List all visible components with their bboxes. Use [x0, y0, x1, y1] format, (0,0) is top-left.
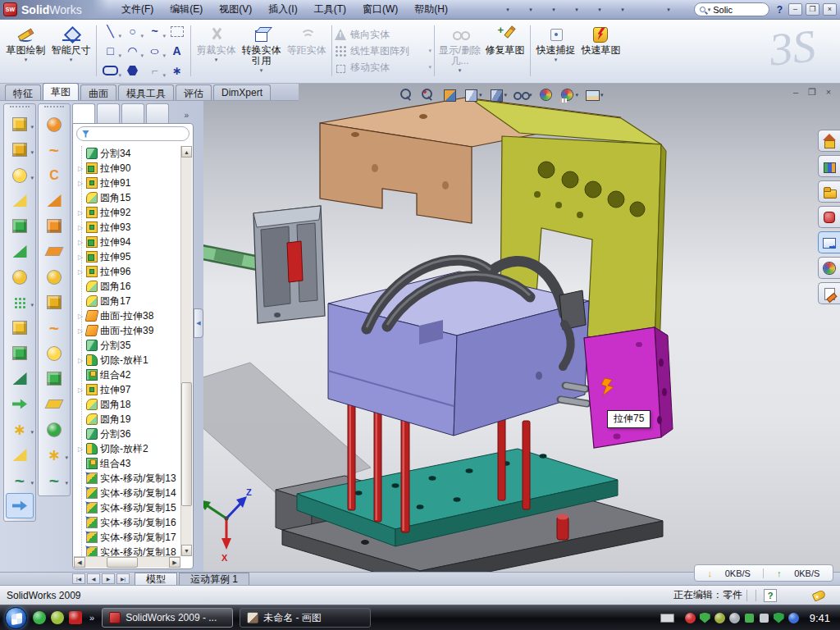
view-settings-icon[interactable]: ▾: [584, 88, 604, 103]
file-explorer-icon[interactable]: [818, 180, 840, 203]
restore-button[interactable]: ❐: [806, 3, 819, 16]
slot-icon[interactable]: [99, 61, 121, 80]
ribbon-tab[interactable]: 特征: [5, 84, 41, 100]
custom-properties-icon[interactable]: [818, 282, 840, 304]
print-icon[interactable]: [559, 2, 574, 16]
shell-icon[interactable]: [6, 213, 34, 239]
expand-arrow-icon[interactable]: [77, 224, 84, 231]
draft-icon[interactable]: [6, 239, 34, 264]
feature-tree-item[interactable]: 切除-放样2: [75, 441, 180, 456]
taskbar-window-button[interactable]: SolidWorks 2009 - ...: [102, 608, 233, 628]
rapid-sketch-button[interactable]: 快速草图: [578, 21, 623, 80]
quick-launch-overflow[interactable]: »: [89, 613, 94, 623]
language-keyboard-icon[interactable]: [660, 614, 674, 623]
apply-scene-icon[interactable]: ▾: [559, 88, 579, 103]
trim-entities-button[interactable]: 剪裁实体 ▾: [194, 21, 239, 80]
mirror-entities-button[interactable]: 镜向实体: [335, 28, 431, 42]
doc-restore-button[interactable]: ❐: [806, 87, 819, 98]
toolbar-grip[interactable]: [44, 106, 64, 110]
feature-tree-item[interactable]: 拉伸93: [75, 220, 180, 235]
menu-item[interactable]: 插入(I): [260, 0, 305, 19]
expand-arrow-icon[interactable]: [77, 209, 84, 217]
feature-tree-item[interactable]: 拉伸95: [75, 249, 180, 264]
menu-item[interactable]: 文件(F): [113, 0, 162, 19]
model-core-block[interactable]: [328, 272, 589, 436]
zoom-fit-icon[interactable]: ▾: [399, 88, 414, 103]
appearances-scenes-icon[interactable]: [818, 257, 840, 279]
arc-icon[interactable]: ◠: [121, 41, 144, 61]
graphics-viewport[interactable]: Y Z X ▾ ▾: [203, 84, 840, 572]
delete-face-icon[interactable]: [40, 290, 68, 315]
configurationmanager-tab[interactable]: [121, 103, 144, 123]
expand-arrow-icon[interactable]: [77, 357, 84, 364]
model-stop-pin[interactable]: [557, 517, 568, 540]
hide-show-items-icon[interactable]: ▾: [513, 88, 532, 103]
help-button[interactable]: ?: [774, 4, 785, 16]
menu-item[interactable]: 帮助(H): [406, 0, 456, 19]
ribbon-tab[interactable]: 草图: [43, 83, 79, 100]
solidworks-search-icon[interactable]: [818, 206, 840, 228]
zoom-area-icon[interactable]: ▾: [420, 88, 436, 103]
propertymanager-tab[interactable]: [97, 103, 120, 123]
feature-tree-item[interactable]: 实体-移动/复制13: [75, 471, 180, 486]
health-shield-icon[interactable]: [774, 613, 784, 623]
first-tab-button[interactable]: [72, 573, 85, 584]
expand-arrow-icon[interactable]: [77, 180, 84, 187]
solidworks-resources-icon[interactable]: [818, 130, 840, 152]
feature-tree-item[interactable]: 拉伸92: [75, 205, 180, 220]
chevron-down-icon[interactable]: ▾: [504, 92, 508, 98]
feature-tree-item[interactable]: 实体-移动/复制16: [75, 515, 180, 530]
chevron-down-icon[interactable]: ▾: [600, 92, 604, 98]
chamfer-icon[interactable]: [6, 188, 34, 213]
lofted-surface-icon[interactable]: [40, 188, 68, 213]
feature-tree-item[interactable]: 圆角15: [75, 190, 180, 205]
feature-tree-item[interactable]: 曲面-拉伸38: [75, 308, 180, 323]
panel-more-button[interactable]: »: [184, 111, 194, 123]
edit-appearance-icon[interactable]: ▾: [538, 88, 554, 103]
feature-tree-item[interactable]: 拉伸94: [75, 235, 180, 249]
ribbon-tab[interactable]: 模具工具: [118, 84, 174, 100]
circle-icon[interactable]: ○: [121, 21, 144, 41]
document-tab[interactable]: 模型: [135, 573, 177, 585]
security-shield-icon[interactable]: [700, 613, 710, 623]
menu-item[interactable]: 编辑(E): [162, 0, 211, 19]
tree-vertical-scrollbar[interactable]: ▲ ▼: [180, 146, 192, 556]
sketch-button[interactable]: 草图绘制 ▾: [3, 21, 48, 80]
network-speed-widget[interactable]: ↓ 0KB/S ↑ 0KB/S: [694, 564, 833, 582]
feature-tree-item[interactable]: 实体-移动/复制17: [75, 530, 180, 545]
trim-surface-icon[interactable]: [40, 162, 68, 188]
messenger-icon[interactable]: [33, 611, 46, 624]
doc-minimize-button[interactable]: –: [789, 87, 802, 98]
select-icon[interactable]: [605, 2, 620, 16]
fillet-icon[interactable]: [6, 162, 34, 188]
document-tab[interactable]: 运动算例 1: [179, 573, 249, 585]
fillet-surface-icon[interactable]: [40, 417, 68, 442]
feature-tree-item[interactable]: 圆角18: [75, 397, 180, 412]
model-slide-insert[interactable]: [253, 206, 325, 323]
scroll-up-arrow[interactable]: ▲: [181, 146, 192, 158]
linear-sketch-pattern-button[interactable]: 线性草图阵列: [335, 44, 431, 58]
hole-wizard-icon[interactable]: [6, 264, 34, 290]
expand-arrow-icon[interactable]: [77, 386, 84, 394]
featuremanager-tab[interactable]: [72, 103, 95, 123]
quick-tips-button[interactable]: ?: [764, 589, 777, 602]
ribbon-tab[interactable]: 曲面: [80, 84, 116, 100]
expand-arrow-icon[interactable]: [77, 445, 84, 453]
options-icon[interactable]: [651, 2, 666, 16]
spline-icon[interactable]: ~: [144, 21, 166, 41]
pin-icon[interactable]: [468, 2, 482, 16]
scroll-down-arrow[interactable]: ▼: [181, 545, 192, 556]
text-icon[interactable]: A: [166, 41, 188, 61]
repair-sketch-button[interactable]: 修复草图: [482, 21, 527, 80]
quick-snaps-button[interactable]: 快速捕捉 ▾: [533, 21, 578, 80]
scroll-track[interactable]: [85, 557, 169, 568]
display-style-icon[interactable]: ▾: [488, 88, 508, 103]
3d-model[interactable]: Y Z X: [203, 84, 840, 572]
expand-arrow-icon[interactable]: [77, 239, 84, 246]
feature-tree-item[interactable]: 圆角16: [75, 279, 180, 294]
dimxpertmanager-tab[interactable]: [146, 103, 169, 123]
feature-tree-item[interactable]: 圆角17: [75, 294, 180, 308]
scroll-left-arrow[interactable]: ◀: [74, 557, 85, 568]
panel-splitter[interactable]: [194, 103, 203, 569]
selection-filter-icon[interactable]: [674, 2, 689, 16]
